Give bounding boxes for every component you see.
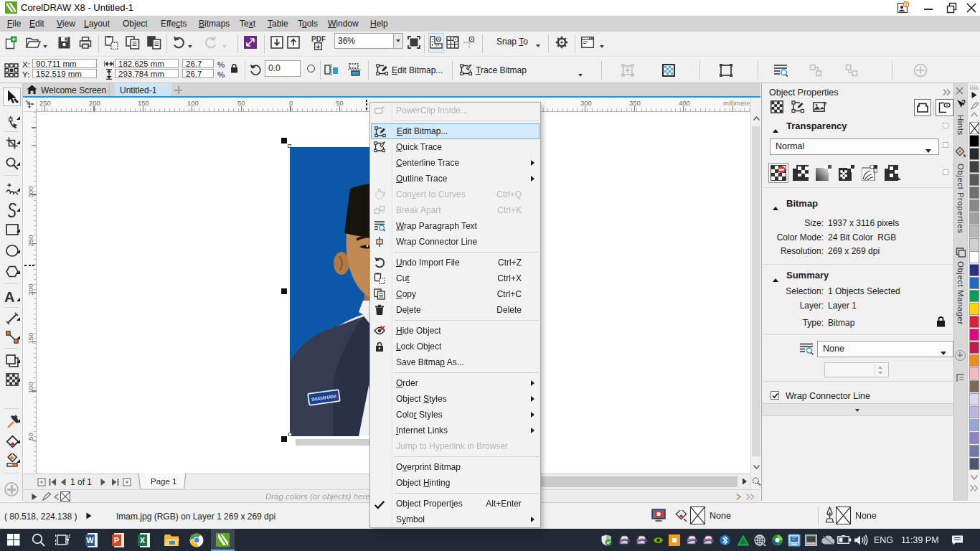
svg-text:W: W bbox=[86, 536, 94, 545]
svg-text:?: ? bbox=[961, 99, 966, 107]
svg-text:P: P bbox=[114, 536, 119, 545]
svg-text:?: ? bbox=[823, 100, 827, 108]
svg-text:X: X bbox=[140, 536, 146, 545]
